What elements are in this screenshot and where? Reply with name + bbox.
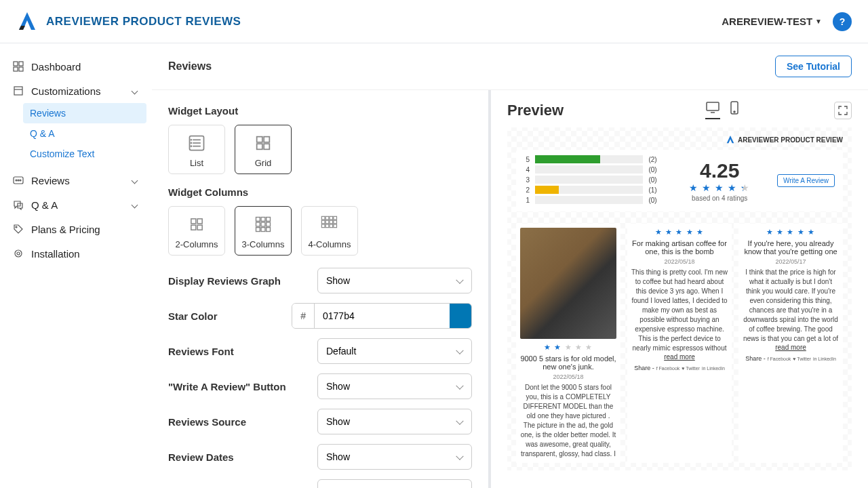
svg-point-18 [191,142,191,143]
svg-rect-0 [14,62,18,66]
svg-rect-38 [326,216,329,220]
nav-qa[interactable]: Q & A [5,192,146,217]
write-review-col: Write A Review [777,174,835,187]
account-dropdown[interactable]: AREREVIEW-TEST ▼ [722,16,822,27]
read-more-link[interactable]: read more [631,353,728,361]
svg-rect-21 [264,137,269,142]
preview-panel: Preview AREVIEWER PRODUCT REVIEW 5(2)4(0… [491,90,868,488]
review-date: 2022/05/18 [631,258,728,265]
review-image [520,228,616,339]
rating-summary: 5(2)4(0)3(0)2(1)1(0) 4.25 ★ ★ ★ ★ ★★ bas… [516,150,843,211]
nav-label: Reviews [31,175,125,186]
review-card: ★ ★ ★ ★ ★ For making artisan coffee for … [627,224,732,463]
nav-dashboard[interactable]: Dashboard [5,54,146,79]
help-button[interactable]: ? [833,12,852,31]
review-title: 9000 5 stars is for old model, new one's… [520,354,616,371]
svg-rect-20 [257,137,262,142]
svg-point-19 [191,146,191,146]
customizations-icon [12,85,24,97]
read-more-link[interactable]: read more [743,344,839,351]
avg-stars-icon: ★ ★ ★ ★ ★★ [689,182,750,193]
nav-plans[interactable]: Plans & Pricing [5,217,146,241]
columns-option-2[interactable]: 2-Columns [168,206,225,256]
grid-2-icon [187,215,206,234]
write-review-btn-select[interactable]: Show [317,373,472,399]
svg-rect-30 [267,218,271,222]
svg-point-10 [16,226,17,228]
svg-rect-26 [191,225,196,230]
brand-title: AREVIEWER PRODUCT REVIEWS [46,15,241,28]
review-card: ★ ★ ★ ★ ★ If you're here, you already kn… [738,224,843,463]
reviews-font-label: Reviews Font [168,346,317,357]
write-review-button[interactable]: Write A Review [777,174,835,187]
svg-rect-37 [321,216,325,220]
installation-icon [12,247,24,260]
svg-point-52 [734,111,735,113]
nav-installation[interactable]: Installation [5,241,146,266]
preview-title: Preview [507,102,705,119]
svg-rect-47 [330,224,333,228]
review-card: ★ ★ ★ ★ ★ 9000 5 stars is for old model,… [516,224,620,463]
svg-rect-36 [267,228,271,232]
expand-preview-button[interactable] [834,102,852,119]
nav-label: Q & A [31,199,125,211]
qa-icon [12,199,24,211]
svg-rect-25 [197,219,202,224]
review-dates-select[interactable]: Show [317,444,472,470]
reviews-source-label: Reviews Source [168,416,317,428]
star-color-label: Star Color [168,310,292,322]
color-swatch[interactable] [450,304,471,328]
page-header: Reviews See Tutorial [152,43,868,90]
rating-bars: 5(2)4(0)3(0)2(1)1(0) [524,155,662,206]
reviews-font-select[interactable]: Default [317,338,472,364]
svg-rect-33 [267,222,271,226]
layout-option-list[interactable]: List [168,125,225,174]
rating-bar-row: 4(0) [524,165,662,174]
svg-point-17 [191,140,191,140]
avg-score: 4.25 [689,159,750,182]
widget-layout-label: Widget Layout [168,105,472,117]
subnav-reviews[interactable]: Reviews [23,103,146,123]
app-header: AREVIEWER PRODUCT REVIEWS AREREVIEW-TEST… [0,0,868,43]
widget-columns-label: Widget Columns [168,186,472,198]
rating-bar-row: 3(0) [524,176,662,184]
reviews-icon [12,174,24,186]
share-row: Share -f Facebook♥ Twitterin LinkedIn [631,365,728,371]
see-tutorial-button[interactable]: See Tutorial [775,56,852,77]
review-stars-icon: ★ ★ ★ ★ ★ [520,343,616,352]
write-review-btn-label: "Write A Review" Button [168,381,317,392]
review-body: Dont let the 9000 5 stars fool you, this… [520,383,616,459]
reviews-source-select[interactable]: Show [317,409,472,434]
nav-reviews[interactable]: Reviews [5,168,146,192]
svg-rect-44 [334,220,337,224]
nav-label: Installation [31,248,140,260]
device-desktop-button[interactable] [705,101,720,119]
main-content: Reviews See Tutorial Widget Layout List … [152,43,868,488]
layout-option-grid[interactable]: Grid [235,125,292,174]
svg-point-12 [17,252,20,255]
svg-point-8 [18,180,19,181]
subnav-customize-text[interactable]: Customize Text [23,144,146,164]
review-dates-label: Review Dates [168,451,317,463]
reviews-grid: ★ ★ ★ ★ ★ 9000 5 stars is for old model,… [516,224,843,463]
svg-rect-34 [256,228,260,232]
brand-logo-icon [16,11,38,33]
display-graph-select[interactable]: Show [317,268,472,293]
caret-down-icon: ▼ [815,18,822,25]
svg-rect-45 [321,224,325,228]
review-title: If you're here, you already know that yo… [743,239,839,256]
nav-customizations[interactable]: Customizations [5,79,146,103]
star-color-input[interactable] [315,304,450,328]
svg-rect-3 [19,67,23,71]
svg-rect-32 [261,222,265,226]
rating-bar-row: 2(1) [524,186,662,194]
columns-option-3[interactable]: 3-Columns [235,206,292,256]
review-date: 2022/05/18 [520,373,616,380]
svg-rect-48 [334,224,337,228]
subnav-qa[interactable]: Q & A [23,123,146,144]
columns-option-4[interactable]: 4-Columns [301,206,358,256]
share-buttons-select[interactable]: Show [317,479,472,488]
option-label: 2-Columns [176,239,218,249]
device-mobile-button[interactable] [730,101,739,119]
rating-bar-row: 5(2) [524,155,662,163]
